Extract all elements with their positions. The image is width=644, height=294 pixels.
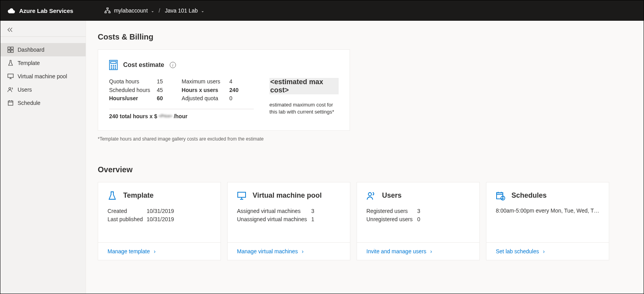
svg-rect-3: [8, 47, 10, 49]
row-value: 10/31/2019: [147, 207, 174, 215]
breadcrumb-account[interactable]: mylabaccount ⌄: [104, 7, 154, 14]
chevron-down-icon: ⌄: [151, 9, 154, 13]
sidebar-item-label: Schedule: [18, 100, 40, 106]
svg-point-13: [113, 65, 114, 66]
overview-card-vmpool: Virtual machine pool Assigned virtual ma…: [227, 182, 350, 260]
metric-label: Quota hours: [109, 78, 152, 86]
metric-label: Hours/user: [109, 95, 152, 103]
set-schedules-link[interactable]: Set lab schedules ›: [496, 248, 599, 254]
schedule-summary: 8:00am-5:00pm every Mon, Tue, Wed, Thu, …: [496, 207, 599, 214]
sidebar-item-label: Template: [18, 60, 40, 66]
flask-icon: [7, 60, 14, 66]
link-label: Manage virtual machines: [237, 248, 298, 254]
estimated-max-cost-badge: <estimated max cost>: [269, 78, 339, 94]
cost-estimate-title: Cost estimate: [123, 61, 164, 69]
svg-point-17: [115, 67, 116, 67]
row-value: 10/31/2019: [147, 216, 174, 224]
invite-manage-users-link[interactable]: Invite and manage users ›: [366, 248, 470, 254]
divider: [109, 109, 254, 109]
svg-rect-21: [238, 192, 246, 197]
svg-rect-0: [107, 8, 108, 9]
breadcrumb-lab[interactable]: Java 101 Lab ⌄: [165, 7, 204, 14]
svg-rect-5: [8, 50, 10, 52]
total-prefix: 240 total hours x $: [109, 113, 157, 119]
brand-text: Azure Lab Services: [19, 7, 73, 14]
svg-point-22: [368, 193, 371, 196]
flask-icon: [108, 191, 117, 200]
estimated-cost-description: estimated maximum cost for this lab with…: [269, 101, 339, 115]
row-label: Assigned virtual machines: [237, 207, 311, 215]
sidebar-item-label: Users: [18, 87, 32, 93]
metric-value: 45: [157, 87, 163, 94]
cloud-icon: [7, 7, 15, 14]
metric-value: 60: [157, 95, 163, 103]
svg-point-14: [115, 65, 116, 66]
svg-point-16: [113, 67, 114, 67]
metric-value: 0: [230, 95, 233, 103]
svg-point-20: [115, 68, 116, 69]
cost-estimate-card: Cost estimate i Quota hours15 Scheduled …: [98, 49, 350, 131]
metric-value: 15: [157, 78, 163, 86]
cost-total-line: 240 total hours x $ <Price> /hour: [109, 113, 254, 119]
breadcrumb-separator: /: [159, 7, 160, 14]
link-label: Set lab schedules: [496, 248, 539, 254]
total-price-redacted: <Price>: [159, 114, 172, 118]
calendar-clock-icon: [496, 191, 505, 200]
calendar-icon: [7, 100, 14, 106]
card-title: Virtual machine pool: [253, 191, 322, 200]
main-content: Costs & Billing Cost estimate i Quota ho…: [86, 21, 644, 294]
manage-vms-link[interactable]: Manage virtual machines ›: [237, 248, 341, 254]
users-icon: [7, 87, 14, 93]
sidebar-item-users[interactable]: Users: [0, 83, 86, 96]
breadcrumb-account-label: mylabaccount: [114, 7, 147, 14]
card-title: Schedules: [511, 191, 547, 200]
row-label: Created: [108, 207, 147, 215]
chevron-right-icon: ›: [430, 248, 432, 254]
row-label: Unregistered users: [366, 216, 417, 224]
sidebar: Dashboard Template Virtual machine pool …: [0, 21, 86, 294]
svg-rect-1: [105, 12, 106, 13]
card-title: Template: [123, 191, 154, 200]
brand: Azure Lab Services: [7, 7, 73, 14]
svg-rect-4: [11, 47, 13, 49]
sidebar-item-schedule[interactable]: Schedule: [0, 96, 86, 110]
breadcrumb: mylabaccount ⌄ / Java 101 Lab ⌄: [104, 7, 204, 14]
svg-rect-2: [109, 12, 110, 13]
svg-rect-6: [11, 50, 13, 52]
metric-label: Maximum users: [182, 78, 225, 86]
row-label: Unassigned virtual machines: [237, 216, 311, 224]
svg-point-19: [113, 68, 114, 69]
chevron-right-icon: ›: [302, 248, 304, 254]
svg-rect-11: [111, 61, 116, 63]
top-bar: Azure Lab Services mylabaccount ⌄ / Java…: [0, 0, 644, 21]
sidebar-item-dashboard[interactable]: Dashboard: [0, 43, 86, 56]
manage-template-link[interactable]: Manage template ›: [108, 248, 211, 254]
svg-rect-7: [8, 74, 13, 78]
info-icon[interactable]: i: [170, 62, 176, 68]
cost-metrics-left: Quota hours15 Scheduled hours45 Hours/us…: [109, 78, 163, 103]
overview-card-template: Template Created10/31/2019 Last publishe…: [98, 182, 221, 260]
sidebar-item-template[interactable]: Template: [0, 56, 86, 70]
sidebar-item-vmpool[interactable]: Virtual machine pool: [0, 70, 86, 83]
cost-disclaimer: *Template hours and shared image gallery…: [98, 136, 632, 142]
chevron-down-icon: ⌄: [201, 9, 204, 13]
sidebar-item-label: Dashboard: [18, 47, 45, 53]
row-value: 0: [417, 216, 420, 224]
metric-value: 240: [230, 87, 239, 94]
breadcrumb-lab-label: Java 101 Lab: [165, 7, 198, 14]
monitor-icon: [237, 191, 246, 200]
costs-section-title: Costs & Billing: [98, 32, 632, 41]
row-value: 3: [417, 207, 420, 215]
dashboard-icon: [7, 47, 14, 53]
chevron-right-icon: ›: [154, 248, 156, 254]
link-label: Manage template: [108, 248, 150, 254]
link-label: Invite and manage users: [366, 248, 426, 254]
metric-label: Hours x users: [182, 87, 225, 94]
svg-point-8: [9, 88, 11, 90]
overview-section-title: Overview: [98, 165, 632, 174]
svg-point-12: [111, 65, 112, 66]
metric-value: 4: [230, 78, 233, 86]
sidebar-item-label: Virtual machine pool: [18, 73, 67, 79]
collapse-sidebar-button[interactable]: [7, 27, 79, 32]
sitemap-icon: [104, 7, 111, 14]
